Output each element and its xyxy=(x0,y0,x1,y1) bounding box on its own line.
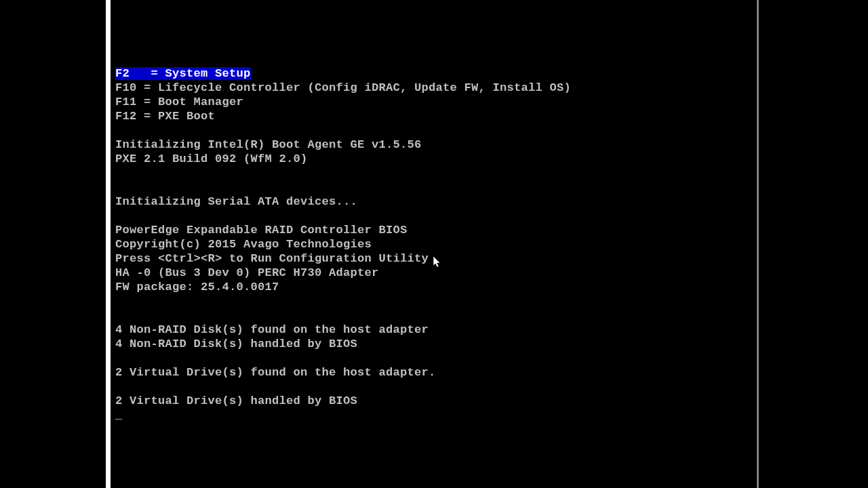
boot-agent-init: Initializing Intel(R) Boot Agent GE v1.5… xyxy=(115,138,571,152)
raid-adapter: HA -0 (Bus 3 Dev 0) PERC H730 Adapter xyxy=(115,266,571,280)
raid-fw-package: FW package: 25.4.0.0017 xyxy=(115,280,571,294)
boot-agent-pxe: PXE 2.1 Build 092 (WfM 2.0) xyxy=(115,152,571,166)
boot-menu-option-f2[interactable]: F2 = System Setup xyxy=(115,66,571,81)
raid-copyright: Copyright(c) 2015 Avago Technologies xyxy=(115,237,571,251)
boot-menu-option-f10[interactable]: F10 = Lifecycle Controller (Config iDRAC… xyxy=(115,81,571,95)
boot-menu-option-f12[interactable]: F12 = PXE Boot xyxy=(115,109,571,123)
boot-menu-option-f11[interactable]: F11 = Boot Manager xyxy=(115,95,571,109)
raid-title: PowerEdge Expandable RAID Controller BIO… xyxy=(115,223,571,237)
boot-terminal: F2 = System Setup F10 = Lifecycle Contro… xyxy=(115,66,571,422)
text-cursor: _ xyxy=(115,408,571,422)
nonraid-found: 4 Non-RAID Disk(s) found on the host ada… xyxy=(115,323,571,337)
frame-border-right xyxy=(757,0,759,488)
raid-config-prompt: Press <Ctrl><R> to Run Configuration Uti… xyxy=(115,251,571,266)
frame-border-left xyxy=(106,0,111,488)
virtual-handled: 2 Virtual Drive(s) handled by BIOS xyxy=(115,394,571,408)
sata-init: Initializing Serial ATA devices... xyxy=(115,195,571,209)
nonraid-handled: 4 Non-RAID Disk(s) handled by BIOS xyxy=(115,337,571,351)
virtual-found: 2 Virtual Drive(s) found on the host ada… xyxy=(115,365,571,380)
